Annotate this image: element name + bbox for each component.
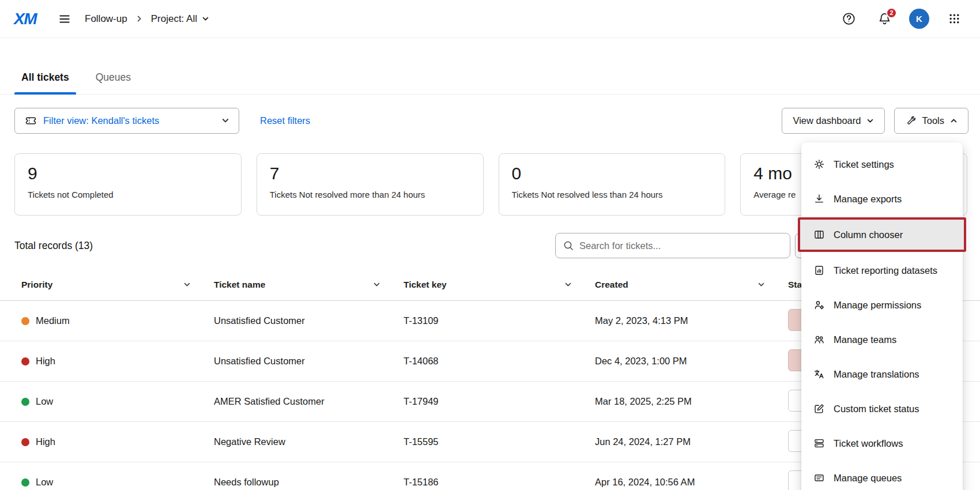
ticket-key-cell: T-15595 xyxy=(404,436,595,447)
hamburger-icon xyxy=(58,13,71,25)
chevron-down-icon xyxy=(866,117,874,125)
tab-label: Queues xyxy=(96,71,131,84)
ticket-icon xyxy=(24,114,37,127)
column-header-ticket-name[interactable]: Ticket name xyxy=(214,280,404,290)
tab-label: All tickets xyxy=(21,71,69,84)
ticket-name-cell: Negative Review xyxy=(214,436,404,447)
tab-queues[interactable]: Queues xyxy=(89,61,138,94)
annotation-highlight-box: Column chooser xyxy=(798,217,966,252)
tools-menu-item-manage-permissions[interactable]: Manage permissions xyxy=(801,288,963,322)
topbar: XM Follow-up Project: All 2 K xyxy=(0,0,980,38)
search-box xyxy=(555,233,790,258)
search-icon xyxy=(563,240,574,251)
column-label: Created xyxy=(595,280,628,290)
filter-toolbar: Filter view: Kendall's tickets Reset fil… xyxy=(0,107,980,134)
sort-chevron-down-icon[interactable] xyxy=(373,281,380,288)
tools-menu: Ticket settings Manage exports Column ch… xyxy=(801,142,963,490)
app-grid-button[interactable] xyxy=(943,8,965,30)
project-selector-label: Project: All xyxy=(151,13,197,25)
download-icon xyxy=(813,193,826,205)
help-button[interactable] xyxy=(838,8,860,30)
filter-view-dropdown[interactable]: Filter view: Kendall's tickets xyxy=(14,108,239,134)
view-dashboard-label: View dashboard xyxy=(793,115,861,126)
priority-dot-icon xyxy=(21,317,29,325)
ticket-key-cell: T-17949 xyxy=(404,396,595,407)
edit-icon xyxy=(813,402,826,415)
workflow-icon xyxy=(813,437,826,450)
tools-button[interactable]: Tools xyxy=(894,108,968,134)
priority-dot-icon xyxy=(21,478,29,487)
tools-menu-item-ticket-reporting-datasets[interactable]: Ticket reporting datasets xyxy=(801,253,963,288)
tools-menu-item-manage-exports[interactable]: Manage exports xyxy=(801,182,963,216)
created-cell: May 2, 2023, 4:13 PM xyxy=(595,315,788,326)
person-gear-icon xyxy=(813,299,826,311)
priority-cell: High xyxy=(21,436,214,447)
tools-menu-item-custom-ticket-status[interactable]: Custom ticket status xyxy=(801,391,963,426)
priority-cell: Medium xyxy=(21,315,214,326)
column-label: Ticket key xyxy=(404,280,447,290)
tools-menu-item-manage-teams[interactable]: Manage teams xyxy=(801,322,963,357)
reset-filters-link[interactable]: Reset filters xyxy=(260,115,310,126)
menu-item-label: Manage queues xyxy=(834,473,902,484)
sort-chevron-down-icon[interactable] xyxy=(757,281,765,288)
stat-card-value: 9 xyxy=(28,163,228,184)
xm-logo[interactable]: XM xyxy=(14,10,44,28)
help-icon xyxy=(842,12,856,26)
created-cell: Jun 24, 2024, 1:27 PM xyxy=(595,436,788,447)
breadcrumb-section[interactable]: Follow-up xyxy=(85,13,127,25)
priority-label: Medium xyxy=(36,315,70,326)
created-cell: Mar 18, 2025, 2:25 PM xyxy=(595,396,788,407)
tab-all-tickets[interactable]: All tickets xyxy=(14,61,76,94)
breadcrumb: Follow-up Project: All xyxy=(85,13,209,25)
columns-icon xyxy=(813,228,826,241)
created-cell: Apr 16, 2024, 10:56 AM xyxy=(595,477,788,488)
notifications-button[interactable]: 2 xyxy=(873,8,895,30)
search-input[interactable] xyxy=(579,240,783,251)
user-avatar[interactable]: K xyxy=(909,9,929,29)
app-window: XM Follow-up Project: All 2 K xyxy=(0,0,980,490)
hamburger-menu-button[interactable] xyxy=(54,8,76,30)
priority-dot-icon xyxy=(21,398,29,406)
tools-menu-item-column-chooser[interactable]: Column chooser xyxy=(800,220,964,250)
column-header-ticket-key[interactable]: Ticket key xyxy=(404,280,595,290)
notification-badge: 2 xyxy=(886,7,897,18)
menu-item-label: Manage teams xyxy=(834,334,896,345)
ticket-key-cell: T-14068 xyxy=(404,356,595,367)
total-records-label: Total records (13) xyxy=(14,240,93,252)
sort-chevron-down-icon[interactable] xyxy=(564,281,572,288)
chevron-down-icon xyxy=(221,116,229,125)
tools-menu-item-manage-queues[interactable]: Manage queues xyxy=(801,461,963,490)
menu-item-label: Manage translations xyxy=(834,369,919,380)
ticket-name-cell: AMER Satisfied Customer xyxy=(214,396,404,407)
sort-chevron-down-icon[interactable] xyxy=(183,281,191,288)
menu-item-label: Ticket reporting datasets xyxy=(834,265,937,276)
priority-cell: Low xyxy=(21,396,214,407)
stat-card-1: 9 Tickets not Completed xyxy=(14,153,242,216)
tools-menu-item-ticket-workflows[interactable]: Ticket workflows xyxy=(801,426,963,461)
column-header-created[interactable]: Created xyxy=(595,280,788,290)
stat-card-2: 7 Tickets Not resolved more than 24 hour… xyxy=(257,153,484,216)
gear-icon xyxy=(813,158,826,171)
tools-menu-item-manage-translations[interactable]: Manage translations xyxy=(801,357,963,391)
priority-label: Low xyxy=(36,477,53,488)
menu-item-label: Column chooser xyxy=(834,229,903,240)
report-chart-icon xyxy=(813,264,826,277)
project-selector[interactable]: Project: All xyxy=(151,13,209,25)
menu-item-label: Ticket workflows xyxy=(834,438,903,449)
tools-label: Tools xyxy=(922,115,944,126)
column-label: Sta xyxy=(788,280,802,290)
view-dashboard-button[interactable]: View dashboard xyxy=(782,108,885,134)
stat-card-label: Tickets Not resolved more than 24 hours xyxy=(270,190,470,199)
people-icon xyxy=(813,333,826,346)
menu-item-label: Ticket settings xyxy=(834,159,894,170)
chevron-right-icon xyxy=(135,15,143,22)
tools-menu-item-ticket-settings[interactable]: Ticket settings xyxy=(801,147,963,182)
priority-label: High xyxy=(36,436,55,447)
column-header-priority[interactable]: Priority xyxy=(21,280,214,290)
column-label: Priority xyxy=(21,280,52,290)
ticket-name-cell: Needs followup xyxy=(214,477,404,488)
priority-label: Low xyxy=(36,396,53,407)
priority-dot-icon xyxy=(21,438,29,446)
queue-icon xyxy=(813,472,826,484)
translate-icon xyxy=(813,368,826,380)
